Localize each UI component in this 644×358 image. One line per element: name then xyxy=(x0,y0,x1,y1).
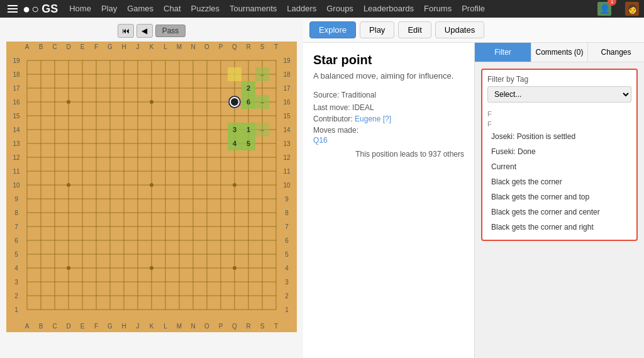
svg-text:7: 7 xyxy=(285,223,289,230)
svg-text:B: B xyxy=(39,323,43,330)
filter-item-6[interactable]: Black gets the corner and right xyxy=(487,220,631,235)
board-controls: ⏮ ◀ Pass xyxy=(118,24,186,38)
svg-text:F: F xyxy=(94,323,98,330)
svg-text:H: H xyxy=(121,43,126,50)
svg-text:D: D xyxy=(66,43,70,50)
svg-text:9: 9 xyxy=(14,196,18,203)
svg-text:T: T xyxy=(274,323,278,330)
first-move-btn[interactable]: ⏮ xyxy=(118,24,134,38)
filter-item-5[interactable]: Black gets the corner and center xyxy=(487,204,631,220)
svg-text:5: 5 xyxy=(14,251,18,258)
svg-text:9: 9 xyxy=(285,196,289,203)
svg-text:2: 2 xyxy=(247,84,250,92)
svg-text:J: J xyxy=(136,43,140,50)
svg-text:10: 10 xyxy=(13,182,20,189)
explore-button[interactable]: Explore xyxy=(309,21,356,38)
svg-text:R: R xyxy=(246,43,250,50)
nav-chat[interactable]: Chat xyxy=(160,0,184,18)
main-content: ⏮ ◀ Pass ABC DEF GHJ KLM NOP QRS T xyxy=(0,18,644,358)
svg-text:O: O xyxy=(204,323,209,330)
svg-text:14: 14 xyxy=(283,126,291,133)
svg-text:3: 3 xyxy=(233,126,236,133)
filter-box: Filter by Tag Select... F F Joseki: Posi… xyxy=(481,69,638,241)
svg-point-122 xyxy=(150,100,153,104)
svg-text:18: 18 xyxy=(13,71,20,78)
nav-groups[interactable]: Groups xyxy=(323,0,357,18)
svg-text:4: 4 xyxy=(285,265,289,272)
svg-text:Q: Q xyxy=(232,323,237,330)
play-button[interactable]: Play xyxy=(360,21,394,38)
svg-rect-124 xyxy=(228,67,242,81)
filter-item-1[interactable]: Fuseki: Done xyxy=(487,144,631,159)
nav-forums[interactable]: Forums xyxy=(420,0,455,18)
info-filter-wrapper: Star point A balanced move, aiming for i… xyxy=(303,43,644,358)
filter-item-4[interactable]: Black gets the corner and top xyxy=(487,189,631,204)
svg-text:15: 15 xyxy=(13,113,20,120)
changes-tab[interactable]: Changes xyxy=(588,43,644,62)
nav-leaderboards[interactable]: Leaderboards xyxy=(360,0,418,18)
nav-tournaments[interactable]: Tournaments xyxy=(226,0,280,18)
hamburger-menu[interactable] xyxy=(5,3,20,15)
svg-point-115 xyxy=(67,100,70,104)
navbar-right: 👤 1 🧑 xyxy=(597,2,639,16)
filter-by-tag-label: Filter by Tag xyxy=(487,75,631,84)
svg-text:–: – xyxy=(260,126,264,133)
navbar: ● ○ GS Home Play Games Chat Puzzles Tour… xyxy=(0,0,644,18)
svg-text:5: 5 xyxy=(247,140,250,147)
moves-value[interactable]: Q16 xyxy=(313,136,328,145)
svg-text:17: 17 xyxy=(283,85,291,92)
joseki-description: A balanced move, aiming for influence. xyxy=(313,71,464,81)
svg-text:13: 13 xyxy=(283,140,291,147)
svg-text:19: 19 xyxy=(13,57,20,64)
filter-toolbar: Filter Comments (0) Changes xyxy=(475,43,644,62)
contributor-link[interactable]: Eugene [?] xyxy=(355,115,391,123)
svg-text:F: F xyxy=(94,43,98,50)
notification-badge: 1 xyxy=(608,0,616,6)
svg-text:12: 12 xyxy=(13,154,20,161)
comments-tab[interactable]: Comments (0) xyxy=(531,43,588,62)
nav-home[interactable]: Home xyxy=(65,0,95,18)
user-avatar[interactable]: 🧑 xyxy=(625,2,639,16)
last-move-value: IDEAL xyxy=(352,103,374,112)
svg-text:14: 14 xyxy=(13,126,20,133)
svg-text:6: 6 xyxy=(14,237,18,244)
svg-text:–: – xyxy=(260,71,264,78)
info-footer: Source: Traditional Last move: IDEAL Con… xyxy=(313,91,464,145)
edit-button[interactable]: Edit xyxy=(398,21,431,38)
svg-text:A: A xyxy=(25,323,30,330)
top-bar: Explore Play Edit Updates xyxy=(303,18,644,43)
svg-text:B: B xyxy=(39,43,43,50)
svg-text:R: R xyxy=(246,323,250,330)
svg-text:1: 1 xyxy=(285,306,289,313)
svg-text:8: 8 xyxy=(285,210,289,216)
go-board-wrapper: ABC DEF GHJ KLM NOP QRS T ABC DEF GHJ KL… xyxy=(6,42,297,334)
pass-button[interactable]: Pass xyxy=(155,25,186,37)
nav-profile[interactable]: Profile xyxy=(458,0,489,18)
nav-ladders[interactable]: Ladders xyxy=(283,0,320,18)
svg-text:2: 2 xyxy=(285,293,289,299)
svg-text:5: 5 xyxy=(285,251,289,258)
svg-text:11: 11 xyxy=(13,168,20,175)
filter-item-0[interactable]: Joseki: Position is settled xyxy=(487,129,631,144)
svg-text:11: 11 xyxy=(283,168,291,175)
svg-point-118 xyxy=(233,266,236,270)
updates-button[interactable]: Updates xyxy=(435,21,484,38)
svg-text:M: M xyxy=(177,323,182,330)
svg-text:C: C xyxy=(52,323,57,330)
prev-move-btn[interactable]: ◀ xyxy=(136,24,153,38)
nav-puzzles[interactable]: Puzzles xyxy=(187,0,224,18)
svg-text:G: G xyxy=(108,43,113,50)
filter-item-2[interactable]: Current xyxy=(487,159,631,174)
svg-text:L: L xyxy=(164,43,167,50)
filter-select[interactable]: Select... xyxy=(487,86,631,103)
filter-tab[interactable]: Filter xyxy=(475,43,531,62)
svg-point-123 xyxy=(150,266,153,270)
filter-item-3[interactable]: Black gets the corner xyxy=(487,174,631,189)
svg-text:3: 3 xyxy=(285,279,289,286)
logo: ● ○ GS xyxy=(23,2,58,16)
svg-text:19: 19 xyxy=(283,57,291,64)
svg-text:S: S xyxy=(260,323,265,330)
nav-play[interactable]: Play xyxy=(97,0,121,18)
nav-games[interactable]: Games xyxy=(123,0,157,18)
svg-text:H: H xyxy=(121,323,126,330)
